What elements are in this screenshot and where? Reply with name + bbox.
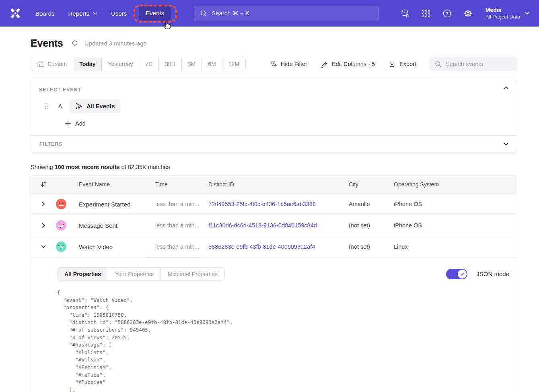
row-menu-icon[interactable]	[510, 202, 517, 206]
sort-icon[interactable]	[41, 181, 47, 188]
table-row[interactable]: Message Sent less than a min... f11c30d6…	[31, 215, 517, 236]
date-option-yesterday[interactable]: Yesterday	[101, 57, 139, 71]
col-distinct-id[interactable]: Distinct ID	[208, 181, 349, 188]
nav-item-users[interactable]: Users	[111, 10, 127, 17]
date-option-today[interactable]: Today	[73, 57, 101, 71]
chevron-down-icon	[93, 12, 97, 15]
cell-event-name: Experiment Started	[79, 201, 155, 208]
drag-handle-icon[interactable]	[44, 103, 49, 110]
search-icon	[435, 61, 442, 68]
date-option-30d[interactable]: 30D	[158, 57, 181, 71]
time-column-underline	[147, 257, 200, 258]
table-header-row: Event Name Time Distinct ID City Operati…	[31, 175, 517, 194]
results-summary-count: 100 most recent results	[55, 164, 120, 170]
refresh-icon[interactable]	[71, 39, 78, 47]
date-option-custom[interactable]: Custom	[31, 57, 73, 71]
results-summary-prefix: Showing	[31, 164, 55, 170]
event-row-letter: A	[58, 103, 62, 109]
select-event-label: SELECT EVENT	[39, 87, 509, 93]
events-page: Events Updated 3 minutes ago Custom Toda…	[0, 37, 539, 392]
event-avatar	[56, 199, 66, 209]
event-json-viewer[interactable]: { "event": "Watch Video", "properties": …	[57, 289, 509, 392]
global-search-placeholder: Search ⌘ + K	[212, 10, 249, 17]
edit-columns-button[interactable]: Edit Columns · 5	[321, 60, 375, 68]
tab-all-properties[interactable]: All Properties	[58, 268, 108, 280]
properties-tabs: All Properties Your Properties Mixpanel …	[57, 267, 225, 281]
results-summary: Showing 100 most recent results of 82.35…	[31, 164, 517, 170]
event-avatar	[56, 241, 66, 252]
nav-item-events[interactable]: Events	[139, 6, 171, 21]
nav-item-reports-label: Reports	[68, 10, 90, 17]
edit-columns-label: Edit Columns · 5	[332, 61, 375, 67]
cell-city: (not set)	[349, 243, 394, 250]
top-navbar: Boards Reports Users Events Search ⌘ + K	[0, 0, 539, 27]
hide-filter-label: Hide Filter	[281, 61, 307, 67]
project-selector[interactable]: Media All Project Data	[486, 7, 529, 20]
download-icon	[388, 60, 396, 68]
project-name: Media	[486, 7, 520, 14]
cell-event-name: Watch Video	[79, 243, 155, 250]
add-event-button[interactable]: Add	[65, 120, 86, 127]
date-option-12m[interactable]: 12M	[222, 57, 245, 71]
apps-grid-icon[interactable]	[422, 9, 431, 18]
nav-item-reports[interactable]: Reports	[68, 10, 98, 17]
date-option-7d[interactable]: 7D	[139, 57, 158, 71]
data-management-icon[interactable]	[401, 9, 410, 18]
tab-your-properties[interactable]: Your Properties	[108, 268, 160, 280]
col-time[interactable]: Time	[155, 181, 208, 188]
hide-filter-button[interactable]: Hide Filter	[270, 60, 307, 68]
pencil-icon	[321, 60, 328, 68]
col-operating-system[interactable]: Operating System	[394, 181, 477, 188]
filters-section-header[interactable]: FILTERS	[31, 135, 517, 153]
date-option-6m[interactable]: 6M	[202, 57, 222, 71]
collapse-section-chevron-up-icon[interactable]	[504, 86, 508, 89]
date-option-label: Custom	[47, 61, 67, 67]
collapse-row-chevron-down-icon[interactable]	[41, 245, 46, 249]
selected-event-name: All Events	[86, 103, 115, 109]
cell-distinct-id-link[interactable]: 72d49553-25fc-4f0c-b436-1b5ac6ab3388	[208, 201, 349, 207]
cell-os: iPhone OS	[394, 201, 477, 207]
svg-text:?: ?	[446, 11, 448, 16]
page-title: Events	[31, 37, 63, 49]
nav-item-events-wrap: Events	[139, 10, 171, 17]
table-row-expanded[interactable]: Watch Video less than a min... 5886283e-…	[31, 236, 517, 258]
col-city[interactable]: City	[349, 181, 394, 188]
events-table: Event Name Time Distinct ID City Operati…	[31, 175, 517, 392]
search-events-input[interactable]: Search events	[430, 57, 517, 71]
cell-distinct-id-link[interactable]: 5886283e-e9fb-48fb-81de-40e9093a2af4	[208, 243, 349, 250]
expand-row-chevron-right-icon[interactable]	[41, 202, 45, 206]
json-mode-toggle-knob	[458, 270, 467, 279]
cell-distinct-id-link[interactable]: f11c30d6-dc6d-4518-9136-0d046159c84d	[208, 222, 349, 229]
search-events-placeholder: Search events	[446, 61, 483, 67]
mixpanel-logo-icon[interactable]	[10, 8, 21, 18]
event-selector-button[interactable]: All Events	[69, 99, 121, 113]
help-icon[interactable]: ?	[442, 9, 452, 18]
json-mode-label: JSON mode	[476, 270, 509, 277]
row-menu-icon[interactable]	[510, 223, 517, 228]
updated-timestamp: Updated 3 minutes ago	[84, 40, 147, 47]
tab-mixpanel-properties[interactable]: Mixpanel Properties	[160, 268, 224, 280]
col-event-name[interactable]: Event Name	[79, 181, 155, 188]
date-option-3m[interactable]: 3M	[181, 57, 202, 71]
filters-label: FILTERS	[39, 141, 63, 147]
expand-filters-chevron-down-icon[interactable]	[504, 142, 508, 146]
settings-gear-icon[interactable]	[463, 9, 473, 18]
row-menu-icon[interactable]	[510, 244, 517, 249]
cell-os: iPhone OS	[394, 222, 477, 229]
cell-time: less than a min...	[155, 243, 203, 250]
nav-item-boards[interactable]: Boards	[35, 10, 55, 17]
table-row[interactable]: Experiment Started less than a min... 72…	[31, 194, 517, 215]
cell-event-name: Message Sent	[79, 222, 155, 229]
results-summary-suffix: of 82.35K matches	[120, 164, 170, 170]
query-builder-card: SELECT EVENT A	[31, 79, 517, 153]
export-button[interactable]: Export	[388, 60, 416, 68]
event-row-more-icon[interactable]	[127, 105, 135, 108]
cell-city: (not set)	[349, 222, 394, 229]
search-icon	[200, 10, 207, 17]
date-range-segmented-control: Custom Today Yesterday 7D 30D 3M 6M 12M	[31, 57, 246, 71]
global-search-input[interactable]: Search ⌘ + K	[194, 6, 379, 21]
expand-row-chevron-right-icon[interactable]	[41, 223, 45, 228]
cell-time: less than a min...	[155, 222, 203, 229]
navbar-right: ? Media All Project Data	[401, 7, 529, 20]
json-mode-toggle[interactable]	[446, 269, 467, 279]
